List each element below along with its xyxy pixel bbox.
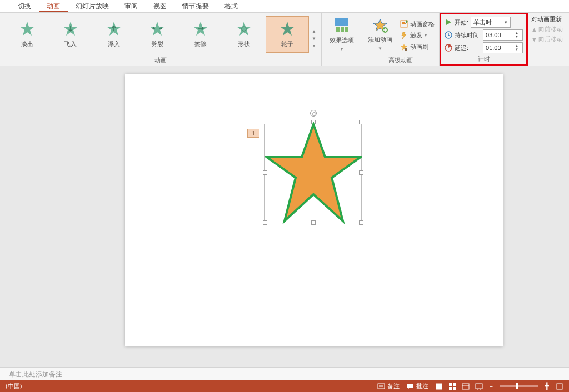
svg-marker-5 <box>237 22 251 36</box>
shape-selection[interactable] <box>264 122 362 223</box>
svg-rect-20 <box>405 48 407 51</box>
delay-icon <box>445 44 452 52</box>
effect-options-label: 效果选项 <box>330 36 354 44</box>
rotate-handle[interactable] <box>310 110 317 117</box>
notes-pane[interactable]: 单击此处添加备注 <box>0 367 569 380</box>
chevron-down-icon: ▼ <box>378 46 382 51</box>
group-timing-highlighted: 开始: 单击时 ▼ 持续时间: 03.00 ▲▼ 延迟: 01.00 <box>440 13 528 66</box>
animation-pane-label: 动画窗格 <box>410 20 435 28</box>
spinner-icon[interactable]: ▲▼ <box>513 44 520 52</box>
chevron-down-icon: ▼ <box>340 47 344 52</box>
comments-toggle[interactable]: 批注 <box>406 382 428 390</box>
animation-order-tag[interactable]: 1 <box>247 129 259 138</box>
add-animation-button[interactable]: 添加动画 ▼ <box>362 16 398 53</box>
tab-view[interactable]: 视图 <box>146 0 174 12</box>
start-value: 单击时 <box>473 18 492 27</box>
delay-label: 延迟: <box>455 44 468 52</box>
anim-label: 飞入 <box>64 40 77 48</box>
svg-rect-17 <box>402 23 406 24</box>
duration-input[interactable]: 03.00 ▲▼ <box>483 29 523 41</box>
svg-rect-30 <box>449 383 452 386</box>
sorter-view-button[interactable] <box>448 383 456 390</box>
star-icon <box>63 21 78 37</box>
zoom-out-button[interactable]: − <box>490 383 493 390</box>
zoom-slider[interactable] <box>500 385 538 387</box>
reorder-header: 对动画重新 <box>531 15 563 23</box>
anim-label: 轮子 <box>281 40 293 48</box>
star-shape[interactable] <box>265 122 362 224</box>
anim-wheel-selected[interactable]: 轮子 <box>266 16 309 53</box>
slideshow-view-button[interactable] <box>475 383 483 390</box>
tab-switch[interactable]: 切换 <box>10 0 39 12</box>
spinner-icon[interactable]: ▲▼ <box>513 31 520 39</box>
animation-painter-label: 动画刷 <box>410 43 428 51</box>
effect-options-icon <box>333 17 351 34</box>
tab-review[interactable]: 审阅 <box>117 0 146 12</box>
trigger-button[interactable]: 触发 ▾ <box>400 31 435 41</box>
group-reorder: 对动画重新 ▲ 向前移动 ▼ 向后移动 <box>528 13 566 66</box>
anim-shape[interactable]: 形状 <box>222 16 266 53</box>
anim-split[interactable]: 劈裂 <box>136 16 179 53</box>
ribbon: 淡出 飞入 浮入 劈裂 擦除 形状 <box>0 13 569 66</box>
chevron-down-icon: ▾ <box>425 33 427 38</box>
duration-value: 03.00 <box>486 32 501 38</box>
move-later-label: 向后移动 <box>538 35 563 43</box>
svg-marker-7 <box>280 22 295 36</box>
group-title-anim: 动画 <box>0 56 321 66</box>
zoom-in-button[interactable]: ╋ <box>545 383 549 390</box>
comments-icon <box>406 383 414 390</box>
play-icon <box>445 18 452 26</box>
fit-window-button[interactable] <box>556 383 563 390</box>
svg-rect-32 <box>449 387 452 390</box>
svg-rect-16 <box>402 22 405 23</box>
svg-rect-39 <box>557 384 562 389</box>
svg-rect-31 <box>453 383 456 386</box>
delay-input[interactable]: 01.00 ▲▼ <box>483 42 523 53</box>
normal-view-button[interactable] <box>435 383 443 390</box>
clock-icon <box>445 31 452 39</box>
arrow-up-icon: ▲ <box>531 26 537 33</box>
trigger-icon <box>400 32 408 39</box>
animation-pane-button[interactable]: 动画窗格 <box>400 19 435 29</box>
svg-rect-8 <box>335 18 348 26</box>
pane-icon <box>400 20 408 28</box>
anim-flyin[interactable]: 飞入 <box>49 16 92 53</box>
notes-toggle[interactable]: 备注 <box>377 382 400 390</box>
anim-wipe[interactable]: 擦除 <box>179 16 222 53</box>
animation-gallery: 淡出 飞入 浮入 劈裂 擦除 形状 <box>0 16 321 53</box>
start-label: 开始: <box>455 18 468 27</box>
tab-slideshow[interactable]: 幻灯片放映 <box>68 0 117 12</box>
tab-animation[interactable]: 动画 <box>39 0 68 12</box>
slide-workspace[interactable]: 1 <box>0 66 569 367</box>
tab-bar: 切换 动画 幻灯片放映 审阅 视图 情节提要 格式 <box>0 0 569 13</box>
effect-options-button[interactable]: 效果选项 ▼ <box>324 16 360 53</box>
duration-label: 持续时间: <box>455 31 481 39</box>
svg-rect-36 <box>476 384 482 389</box>
star-icon <box>149 21 165 37</box>
animation-painter-button[interactable]: 动画刷 <box>400 42 435 52</box>
gallery-more[interactable]: ▲ ▼ ▾ <box>309 16 319 53</box>
svg-rect-9 <box>336 27 340 32</box>
anim-floatin[interactable]: 浮入 <box>92 16 136 53</box>
move-earlier-label: 向前移动 <box>538 25 563 33</box>
move-earlier-button: ▲ 向前移动 <box>531 25 563 33</box>
reading-view-button[interactable] <box>462 383 470 390</box>
svg-marker-21 <box>446 19 451 25</box>
chevron-down-icon: ▼ <box>312 36 316 41</box>
language-indicator[interactable]: (中国) <box>6 382 22 390</box>
star-icon <box>279 21 295 37</box>
anim-label: 劈裂 <box>151 40 163 48</box>
status-bar: (中国) 备注 批注 − ╋ <box>0 380 569 392</box>
svg-rect-10 <box>341 27 344 32</box>
tab-format[interactable]: 格式 <box>217 0 246 12</box>
tab-story[interactable]: 情节提要 <box>174 0 217 12</box>
svg-rect-34 <box>462 384 469 389</box>
more-icon: ▾ <box>313 43 315 48</box>
svg-marker-24 <box>267 124 361 221</box>
anim-fade[interactable]: 淡出 <box>6 16 49 53</box>
painter-icon <box>400 43 408 51</box>
slide-canvas[interactable]: 1 <box>125 74 503 346</box>
move-later-button: ▼ 向后移动 <box>531 35 563 43</box>
start-dropdown[interactable]: 单击时 ▼ <box>471 17 511 28</box>
notes-placeholder: 单击此处添加备注 <box>9 370 62 378</box>
